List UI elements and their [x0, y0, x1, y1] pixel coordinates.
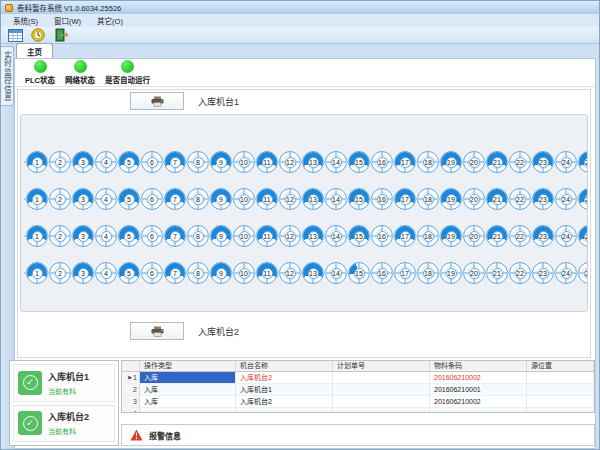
column-header[interactable]: 计划单号 [333, 361, 430, 371]
reel-number: 1 [32, 268, 43, 279]
status-label: PLC状态 [25, 74, 55, 85]
table-cell[interactable] [527, 372, 594, 384]
task-table[interactable]: 操作类型机台名称计划单号物料条码源位置▶1入库入库机台2201606210002… [121, 360, 595, 413]
column-header[interactable]: 源位置 [527, 361, 594, 371]
print-button-station1[interactable] [130, 92, 184, 110]
reel-slot-1-24: 24 [555, 151, 577, 173]
reel-slot-2-24: 24 [555, 188, 577, 210]
reel-number: 7 [170, 231, 181, 242]
menu-item[interactable]: 窗口(W) [46, 15, 89, 26]
reel-number: 18 [423, 157, 434, 168]
station1-header: 入库机台1 [18, 90, 590, 112]
clock-button[interactable] [28, 28, 48, 43]
menu-bar: 系统(S)窗口(W)其它(O) [1, 14, 599, 27]
reel-slot-1-11: 11 [256, 151, 278, 173]
column-header[interactable]: 物料条码 [430, 361, 527, 371]
reel-slot-2-16: 16 [371, 188, 393, 210]
reel-slot-4-10: 10 [233, 262, 255, 284]
row-header[interactable]: 4 [122, 408, 140, 413]
row-header[interactable]: 3 [122, 396, 140, 408]
reel-number: 17 [400, 157, 411, 168]
table-cell[interactable]: 201606210002 [430, 396, 527, 408]
main-area: 实时监控信息 主页 PLC状态网络状态是否自动运行 [1, 44, 599, 449]
table-cell[interactable]: 201606210002 [430, 372, 527, 384]
reel-number: 12 [285, 268, 296, 279]
reel-number: 3 [78, 157, 89, 168]
table-cell[interactable]: 入库机台2 [236, 396, 333, 408]
wheel-row: 1234567891011121314151617181920212223242… [26, 188, 587, 210]
table-cell[interactable] [333, 372, 430, 384]
table-row[interactable]: 4 [122, 408, 594, 413]
reel-number: 23 [538, 157, 549, 168]
table-cell[interactable] [527, 384, 594, 396]
calendar-button[interactable] [5, 28, 25, 43]
reel-number: 9 [216, 194, 227, 205]
reel-slot-3-11: 11 [256, 225, 278, 247]
table-cell[interactable]: 入库 [140, 396, 236, 408]
tab-home[interactable]: 主页 [16, 43, 53, 58]
print-button-station2[interactable] [130, 322, 184, 340]
wheel-row: 1234567891011121314151617181920212223242… [26, 151, 587, 173]
reel-slot-2-1: 1 [26, 188, 48, 210]
reel-slot-4-7: 7 [164, 262, 186, 284]
reel-slot-3-24: 24 [555, 225, 577, 247]
menu-item[interactable]: 其它(O) [89, 15, 131, 26]
table-cell[interactable]: 入库机台1 [236, 384, 333, 396]
table-cell[interactable]: 入库 [140, 372, 236, 384]
alarm-label: 报警信息 [149, 430, 181, 441]
table-row[interactable]: 2入库入库机台1201606210001 [122, 384, 594, 396]
content-area: 主页 PLC状态网络状态是否自动运行 [14, 44, 599, 449]
station2-title: 入库机台2 [198, 325, 239, 338]
reel-number: 7 [170, 194, 181, 205]
reel-slot-2-12: 12 [279, 188, 301, 210]
reel-slot-4-4: 4 [95, 262, 117, 284]
table-cell[interactable]: 入库机台2 [236, 372, 333, 384]
table-cell[interactable] [333, 384, 430, 396]
reel-number: 19 [446, 194, 457, 205]
table-cell[interactable] [527, 396, 594, 408]
status-dot-on [121, 60, 134, 73]
reel-number: 14 [331, 194, 342, 205]
side-tab-monitor[interactable]: 实时监控信息 [1, 46, 14, 106]
check-mark: ✓ [23, 375, 38, 390]
reel-number: 24 [561, 194, 572, 205]
table-cell[interactable] [430, 408, 527, 413]
menu-item[interactable]: 系统(S) [5, 15, 46, 26]
reel-slot-1-15: 15 [348, 151, 370, 173]
title-bar[interactable]: 卷料暂存系统 V1.0.6034.25526 [1, 1, 599, 14]
reel-number: 2 [55, 268, 66, 279]
table-cell[interactable]: 入库 [140, 384, 236, 396]
table-cell[interactable]: 201606210001 [430, 384, 527, 396]
table-cell[interactable] [333, 396, 430, 408]
reel-slot-2-5: 5 [118, 188, 140, 210]
reel-number: 22 [515, 231, 526, 242]
table-cell[interactable] [333, 408, 430, 413]
reel-slot-2-22: 22 [509, 188, 531, 210]
exit-button[interactable] [51, 28, 71, 43]
reel-slot-3-23: 23 [532, 225, 554, 247]
table-row[interactable]: 3入库入库机台2201606210002 [122, 396, 594, 408]
row-header[interactable]: 2 [122, 384, 140, 396]
reel-number: 16 [377, 268, 388, 279]
reel-slot-3-14: 14 [325, 225, 347, 247]
card-title: 入库机台2 [48, 410, 89, 423]
column-header[interactable]: 机台名称 [236, 361, 333, 371]
reel-number: 25 [584, 194, 589, 205]
check-icon: ✓ [18, 411, 42, 435]
column-header[interactable]: 操作类型 [140, 361, 236, 371]
table-cell[interactable] [527, 408, 594, 413]
reel-slot-3-17: 17 [394, 225, 416, 247]
reel-number: 3 [78, 231, 89, 242]
table-cell[interactable] [236, 408, 333, 413]
reel-slot-3-16: 16 [371, 225, 393, 247]
table-row[interactable]: ▶1入库入库机台2201606210002 [122, 372, 594, 384]
reel-slot-4-17: 17 [394, 262, 416, 284]
reel-slot-4-8: 8 [187, 262, 209, 284]
reel-slot-1-6: 6 [141, 151, 163, 173]
reel-slot-4-20: 20 [463, 262, 485, 284]
table-cell[interactable] [140, 408, 236, 413]
reel-slot-4-19: 19 [440, 262, 462, 284]
row-header[interactable]: ▶1 [122, 372, 140, 384]
reel-number: 8 [193, 157, 204, 168]
reel-number: 19 [446, 268, 457, 279]
